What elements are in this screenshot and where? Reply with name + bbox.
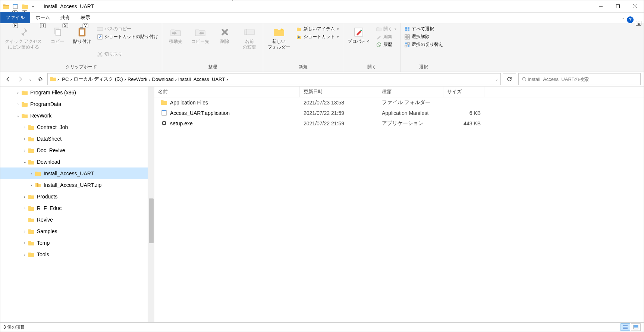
expand-toggle[interactable]: › <box>21 229 28 234</box>
tree-item[interactable]: ›Temp <box>0 237 148 248</box>
help-icon[interactable]: ? <box>627 16 634 23</box>
move-to-button[interactable]: 移動先 <box>164 25 187 46</box>
expand-toggle[interactable]: › <box>21 148 28 153</box>
copy-to-button[interactable]: コピー先 <box>189 25 211 46</box>
address-bar[interactable]: › PC›ローカル ディスク (C:)›RevWork›Download›Ins… <box>47 73 501 85</box>
expand-toggle[interactable]: › <box>21 252 28 257</box>
refresh-button[interactable] <box>503 73 516 85</box>
tree-item[interactable]: ⌄Download <box>0 156 148 167</box>
details-view-button[interactable] <box>621 323 630 331</box>
close-button[interactable] <box>626 0 644 12</box>
expand-toggle[interactable]: › <box>15 102 21 106</box>
expand-toggle[interactable]: › <box>21 241 28 245</box>
paste-shortcut-button[interactable]: ショートカットの貼り付け <box>95 33 160 40</box>
tree-item[interactable]: ›Contract_Job <box>0 121 148 133</box>
tree-item[interactable]: ›Products <box>0 191 148 202</box>
qat-properties-button[interactable]: 1 <box>11 2 20 11</box>
up-button[interactable] <box>35 74 45 84</box>
minimize-button[interactable] <box>592 0 609 12</box>
folder-icon <box>28 251 35 258</box>
scrollbar-thumb[interactable] <box>149 198 154 243</box>
tree-item[interactable]: ⌄RevWork <box>0 110 148 121</box>
file-icon <box>161 110 167 117</box>
tab-home[interactable]: ホーム H <box>30 12 55 23</box>
select-all-button[interactable]: すべて選択 <box>403 25 444 32</box>
expand-toggle[interactable]: › <box>15 90 21 95</box>
breadcrumb-item[interactable]: RevWork <box>126 76 149 83</box>
qat-newfolder-button[interactable]: 2 <box>21 2 29 11</box>
pin-to-quick-access-button[interactable]: クイック アクセスにピン留めする <box>3 25 44 51</box>
chevron-right-icon[interactable]: › <box>226 76 228 82</box>
large-icons-view-button[interactable] <box>631 323 641 331</box>
breadcrumb-item[interactable]: PC <box>60 76 70 83</box>
search-input[interactable] <box>527 76 637 82</box>
tree-item[interactable]: ›Doc_Revive <box>0 144 148 156</box>
tree-item[interactable]: ›Install_Access_UART <box>0 167 148 179</box>
column-header-name[interactable]: 名前˄ <box>154 87 300 97</box>
copy-path-button[interactable]: パスのコピー <box>95 25 160 32</box>
delete-button[interactable]: 削除 <box>214 25 236 46</box>
edit-button[interactable]: 編集 <box>374 33 398 40</box>
expand-toggle[interactable]: › <box>28 183 35 187</box>
rename-button[interactable]: 名前の変更 <box>238 25 261 51</box>
chevron-right-icon[interactable]: › <box>57 76 59 82</box>
properties-button[interactable]: プロパティ <box>345 25 372 46</box>
recent-locations-button[interactable]: ⌄ <box>27 74 33 84</box>
tree-item[interactable]: ›DataSheet <box>0 133 148 144</box>
invert-selection-button[interactable]: 選択の切り替え <box>403 41 444 48</box>
new-folder-button[interactable]: 新しいフォルダー <box>266 25 292 51</box>
tree[interactable]: ›Program Files (x86)›ProgramData⌄RevWork… <box>0 87 148 322</box>
tab-share[interactable]: 共有 S <box>55 12 75 23</box>
qat-customize-dropdown[interactable]: ▾ <box>30 2 35 11</box>
search-icon <box>522 76 527 82</box>
expand-toggle[interactable]: ⌄ <box>21 159 28 164</box>
tree-item[interactable]: Revive <box>0 214 148 225</box>
expand-toggle[interactable]: › <box>21 137 28 141</box>
paste-button[interactable]: 貼り付け <box>71 25 93 46</box>
breadcrumb-item[interactable]: Download <box>151 76 175 83</box>
tree-item-label: Install_Access_UART.zip <box>44 182 101 188</box>
expand-toggle[interactable]: ⌄ <box>15 113 21 118</box>
expand-toggle[interactable]: › <box>21 206 28 210</box>
file-icon <box>161 100 167 106</box>
tree-item[interactable]: ›R_F_Educ <box>0 202 148 214</box>
history-button[interactable]: 履歴 <box>374 41 398 48</box>
back-button[interactable] <box>3 74 13 84</box>
maximize-button[interactable] <box>609 0 626 12</box>
column-header-date[interactable]: 更新日時 <box>300 87 378 97</box>
file-row[interactable]: setup.exe2021/07/22 21:59アプリケーション443 KB <box>154 118 644 129</box>
expand-toggle[interactable]: › <box>21 125 28 129</box>
cut-button[interactable]: 切り取り <box>95 51 160 58</box>
key-hint: V <box>83 23 88 28</box>
open-button[interactable]: 開く▾ <box>374 25 398 32</box>
column-header-size[interactable]: サイズ <box>443 87 484 97</box>
search-box[interactable] <box>518 73 641 85</box>
tree-item[interactable]: ›Samples <box>0 225 148 237</box>
nav-scrollbar[interactable] <box>148 87 154 322</box>
forward-button[interactable] <box>15 74 25 84</box>
tree-item[interactable]: ›Install_Access_UART.zip <box>0 179 148 191</box>
new-shortcut-button[interactable]: ショートカット▾ <box>295 33 340 40</box>
tab-file[interactable]: ファイル F <box>0 12 30 23</box>
file-row[interactable]: Access_UART.application2021/07/22 21:59A… <box>154 108 644 118</box>
svg-rect-29 <box>405 45 407 47</box>
tree-item[interactable]: ›ProgramData <box>0 98 148 110</box>
ribbon-collapse-button[interactable]: ˄ <box>622 17 625 23</box>
file-row[interactable]: Application Files2021/07/23 13:58ファイル フォ… <box>154 97 644 108</box>
tree-item[interactable]: ›Program Files (x86) <box>0 87 148 98</box>
address-dropdown-button[interactable]: ⌄ <box>495 77 498 81</box>
file-list[interactable]: Application Files2021/07/23 13:58ファイル フォ… <box>154 97 644 322</box>
tab-view[interactable]: 表示 V <box>75 12 95 23</box>
select-none-button[interactable]: 選択解除 <box>403 33 444 40</box>
properties-icon <box>353 26 365 38</box>
breadcrumb-item[interactable]: Install_Access_UART <box>177 76 226 83</box>
expand-toggle[interactable]: › <box>28 171 35 176</box>
tree-item[interactable]: ›Tools <box>0 248 148 260</box>
svg-rect-19 <box>405 27 407 29</box>
expand-toggle[interactable]: › <box>21 194 28 199</box>
column-header-type[interactable]: 種類 <box>378 87 443 97</box>
folder-icon <box>35 170 41 177</box>
sort-indicator-icon: ˄ <box>232 0 233 4</box>
new-item-button[interactable]: 新しいアイテム▾ <box>295 25 340 32</box>
breadcrumb-item[interactable]: ローカル ディスク (C:) <box>72 75 125 83</box>
